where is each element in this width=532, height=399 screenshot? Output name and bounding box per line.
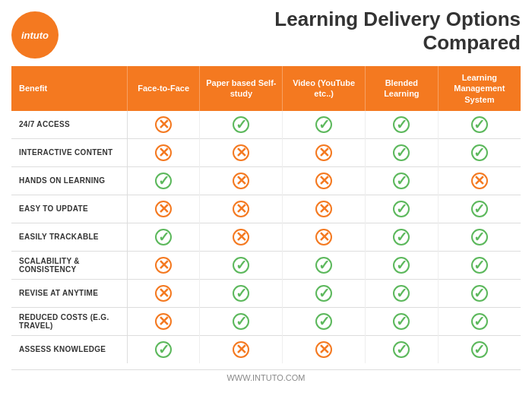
- check-icon: ✓: [393, 173, 410, 189]
- table-row: EASY TO UPDATE✕✕✕✓✓: [11, 195, 521, 223]
- cell-paper: ✓: [200, 279, 283, 307]
- check-icon: ✓: [393, 341, 410, 358]
- cross-icon: ✕: [155, 201, 172, 217]
- check-icon: ✓: [393, 313, 410, 330]
- check-icon: ✓: [471, 257, 488, 274]
- check-icon: ✓: [233, 116, 249, 133]
- logo: intuto: [11, 11, 59, 59]
- cell-blended: ✓: [366, 138, 439, 166]
- check-icon: ✓: [233, 285, 249, 302]
- cell-blended: ✓: [366, 335, 439, 363]
- cell-ftf: ✕: [127, 307, 200, 335]
- check-icon: ✓: [393, 201, 410, 217]
- check-icon: ✓: [233, 257, 249, 274]
- cell-benefit: INTERACTIVE CONTENT: [11, 138, 127, 166]
- comparison-table: Benefit Face-to-Face Paper based Self-st…: [11, 66, 521, 363]
- cell-ftf: ✓: [127, 166, 200, 195]
- check-icon: ✓: [393, 285, 410, 302]
- check-icon: ✓: [393, 229, 410, 245]
- cell-blended: ✓: [366, 111, 439, 139]
- cross-icon: ✕: [315, 229, 332, 245]
- cell-video: ✕: [283, 195, 366, 223]
- cross-icon: ✕: [315, 173, 332, 189]
- cell-benefit: SCALABILITY & CONSISTENCY: [11, 251, 127, 279]
- cell-lms: ✓: [438, 251, 521, 279]
- cross-icon: ✕: [155, 285, 172, 302]
- cell-blended: ✓: [366, 279, 439, 307]
- cell-ftf: ✕: [127, 138, 200, 166]
- cross-icon: ✕: [471, 173, 488, 189]
- table-row: INTERACTIVE CONTENT✕✕✕✓✓: [11, 138, 521, 166]
- cell-video: ✕: [283, 138, 366, 166]
- cell-blended: ✓: [366, 307, 439, 335]
- table-row: 24/7 ACCESS✕✓✓✓✓: [11, 111, 521, 139]
- check-icon: ✓: [393, 144, 410, 161]
- cell-paper: ✕: [200, 138, 283, 166]
- cell-paper: ✓: [200, 111, 283, 139]
- cell-benefit: REDUCED COSTS (E.G. TRAVEL): [11, 307, 127, 335]
- cell-paper: ✕: [200, 223, 283, 251]
- cell-lms: ✕: [438, 166, 521, 195]
- footer: WWW.INTUTO.COM: [11, 369, 521, 382]
- check-icon: ✓: [471, 144, 488, 161]
- cell-benefit: 24/7 ACCESS: [11, 111, 127, 139]
- cross-icon: ✕: [233, 144, 249, 161]
- cell-video: ✓: [283, 251, 366, 279]
- check-icon: ✓: [471, 201, 488, 217]
- cross-icon: ✕: [233, 201, 249, 217]
- cell-blended: ✓: [366, 195, 439, 223]
- cell-benefit: EASILY TRACKABLE: [11, 223, 127, 251]
- cell-benefit: EASY TO UPDATE: [11, 195, 127, 223]
- col-header-paper: Paper based Self-study: [200, 66, 283, 111]
- cell-benefit: ASSESS KNOWLEDGE: [11, 335, 127, 363]
- cell-blended: ✓: [366, 223, 439, 251]
- header: intuto Learning Delivery Options Compare…: [11, 8, 521, 59]
- check-icon: ✓: [471, 116, 488, 133]
- check-icon: ✓: [155, 229, 172, 245]
- cell-benefit: HANDS ON LEARNING: [11, 166, 127, 195]
- page-title: Learning Delivery Options Compared: [59, 8, 521, 55]
- cross-icon: ✕: [233, 173, 249, 189]
- cross-icon: ✕: [155, 116, 172, 133]
- cross-icon: ✕: [155, 257, 172, 274]
- check-icon: ✓: [471, 313, 488, 330]
- cell-lms: ✓: [438, 195, 521, 223]
- cell-lms: ✓: [438, 223, 521, 251]
- cell-benefit: REVISE AT ANYTIME: [11, 279, 127, 307]
- cell-lms: ✓: [438, 279, 521, 307]
- cell-ftf: ✕: [127, 279, 200, 307]
- table-header-row: Benefit Face-to-Face Paper based Self-st…: [11, 66, 521, 111]
- cell-blended: ✓: [366, 251, 439, 279]
- cell-paper: ✓: [200, 251, 283, 279]
- table-row: HANDS ON LEARNING✓✕✕✓✕: [11, 166, 521, 195]
- col-header-benefit: Benefit: [11, 66, 127, 111]
- table-row: SCALABILITY & CONSISTENCY✕✓✓✓✓: [11, 251, 521, 279]
- cell-lms: ✓: [438, 111, 521, 139]
- cross-icon: ✕: [315, 201, 332, 217]
- cell-blended: ✓: [366, 166, 439, 195]
- cell-video: ✕: [283, 335, 366, 363]
- check-icon: ✓: [155, 173, 172, 189]
- table-row: REVISE AT ANYTIME✕✓✓✓✓: [11, 279, 521, 307]
- cell-video: ✓: [283, 279, 366, 307]
- check-icon: ✓: [233, 313, 249, 330]
- cell-ftf: ✕: [127, 111, 200, 139]
- cell-ftf: ✕: [127, 251, 200, 279]
- check-icon: ✓: [315, 116, 332, 133]
- check-icon: ✓: [471, 229, 488, 245]
- cell-video: ✕: [283, 223, 366, 251]
- col-header-video: Video (YouTube etc..): [283, 66, 366, 111]
- cell-video: ✓: [283, 111, 366, 139]
- footer-url: WWW.INTUTO.COM: [226, 373, 305, 382]
- check-icon: ✓: [315, 313, 332, 330]
- cell-paper: ✕: [200, 195, 283, 223]
- cross-icon: ✕: [315, 341, 332, 358]
- cross-icon: ✕: [155, 144, 172, 161]
- cross-icon: ✕: [315, 144, 332, 161]
- cell-video: ✓: [283, 307, 366, 335]
- table-row: EASILY TRACKABLE✓✕✕✓✓: [11, 223, 521, 251]
- cell-paper: ✓: [200, 307, 283, 335]
- cell-video: ✕: [283, 166, 366, 195]
- table-row: ASSESS KNOWLEDGE✓✕✕✓✓: [11, 335, 521, 363]
- check-icon: ✓: [471, 285, 488, 302]
